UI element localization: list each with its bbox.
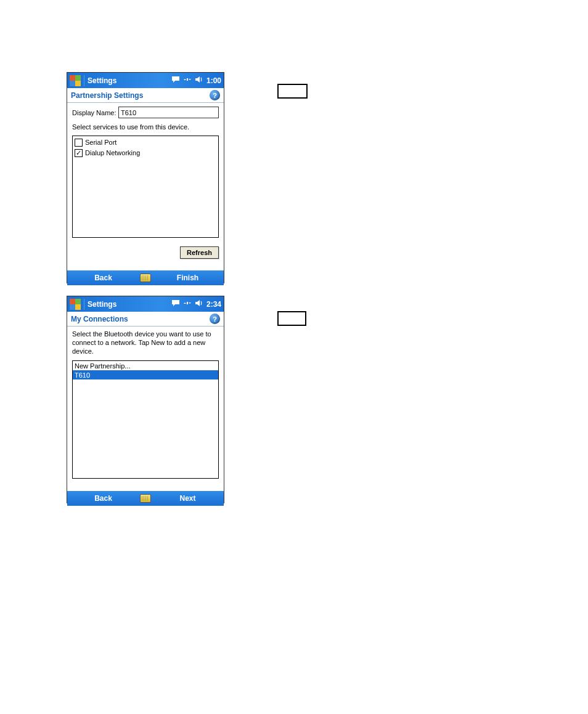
annotation-box <box>277 311 306 326</box>
content-area: Select the Bluetooth device you want to … <box>67 327 224 491</box>
speaker-icon[interactable] <box>195 76 203 85</box>
device-list[interactable]: New Partnership... T610 <box>72 360 219 479</box>
sip-keyboard-icon[interactable] <box>139 272 152 284</box>
list-item-t610[interactable]: T610 <box>73 370 218 379</box>
chat-bubble-icon[interactable] <box>171 299 180 309</box>
titlebar-separator <box>84 299 84 310</box>
start-flag-icon[interactable] <box>70 75 81 86</box>
app-title: Settings <box>88 300 171 309</box>
tray: 1:00 <box>171 76 221 85</box>
back-button[interactable]: Back <box>67 274 139 282</box>
connectivity-icon[interactable] <box>183 76 192 85</box>
help-icon[interactable]: ? <box>210 314 220 324</box>
page-title: My Connections <box>71 315 128 323</box>
start-flag-icon[interactable] <box>70 299 81 310</box>
display-name-row: Display Name: <box>72 107 219 118</box>
next-button[interactable]: Next <box>152 494 224 503</box>
service-item-dialup-networking[interactable]: ✓ Dialup Networking <box>75 148 216 158</box>
refresh-button[interactable]: Refresh <box>180 246 219 259</box>
list-item-new-partnership[interactable]: New Partnership... <box>73 361 218 370</box>
annotation-box <box>277 84 308 99</box>
screenshot-my-connections: Settings 2:34 My Connections ? Select th… <box>67 296 224 503</box>
service-item-serial-port[interactable]: Serial Port <box>75 137 216 148</box>
clock-text[interactable]: 2:34 <box>206 300 221 309</box>
chat-bubble-icon[interactable] <box>171 76 180 85</box>
titlebar-separator <box>84 75 84 86</box>
back-button[interactable]: Back <box>67 494 139 503</box>
subheader: My Connections ? <box>67 312 224 327</box>
titlebar[interactable]: Settings 2:34 <box>67 296 224 312</box>
services-instruction: Select services to use from this device. <box>72 123 219 132</box>
menubar: Back Finish <box>67 270 224 285</box>
clock-text[interactable]: 1:00 <box>206 76 221 85</box>
instruction-text: Select the Bluetooth device you want to … <box>72 330 219 355</box>
titlebar[interactable]: Settings 1:00 <box>67 73 224 88</box>
connectivity-icon[interactable] <box>183 299 192 309</box>
display-name-input[interactable] <box>118 107 219 118</box>
checkbox-checked-icon[interactable]: ✓ <box>75 149 83 157</box>
screenshot-partnership-settings: Settings 1:00 Partnership Settings ? Dis… <box>67 72 224 283</box>
service-label: Serial Port <box>85 139 116 146</box>
page-title: Partnership Settings <box>71 91 143 100</box>
checkbox-icon[interactable] <box>75 139 83 147</box>
services-list[interactable]: Serial Port ✓ Dialup Networking <box>72 136 219 238</box>
list-item-label: New Partnership... <box>75 362 130 370</box>
sip-keyboard-icon[interactable] <box>139 492 152 505</box>
service-label: Dialup Networking <box>85 149 140 156</box>
app-title: Settings <box>88 76 171 85</box>
subheader: Partnership Settings ? <box>67 88 224 103</box>
content-area: Display Name: Select services to use fro… <box>67 103 224 270</box>
display-name-label: Display Name: <box>72 109 118 116</box>
speaker-icon[interactable] <box>195 299 203 309</box>
tray: 2:34 <box>171 299 221 309</box>
help-icon[interactable]: ? <box>210 90 220 100</box>
menubar: Back Next <box>67 491 224 506</box>
list-item-label: T610 <box>75 371 90 379</box>
finish-button[interactable]: Finish <box>152 274 224 282</box>
